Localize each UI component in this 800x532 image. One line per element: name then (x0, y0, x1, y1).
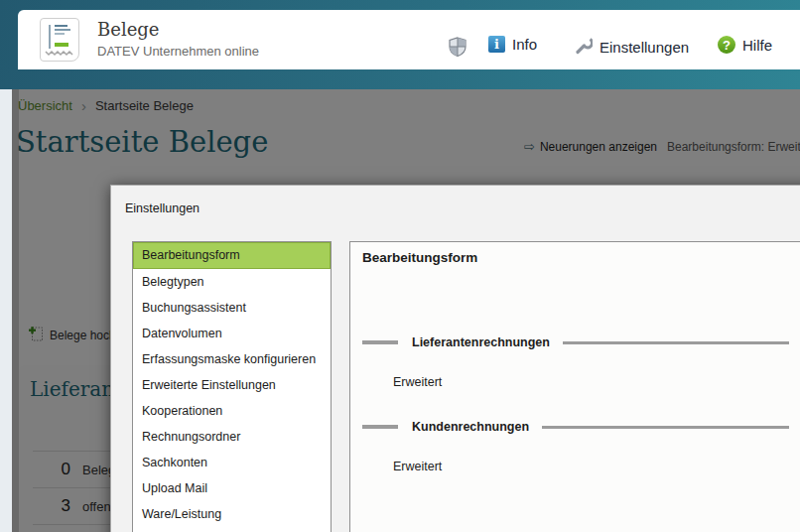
section-header: Lieferantenrechnungen (362, 335, 789, 349)
settings-dialog: Einstellungen BearbeitungsformBelegtypen… (110, 185, 800, 532)
settings-section: LieferantenrechnungenErweitert (362, 335, 789, 389)
section-title: Kundenrechnungen (412, 420, 529, 434)
settings-panel-heading: Bearbeitungsform (362, 250, 477, 265)
section-divider-left (362, 425, 398, 429)
settings-dialog-title: Einstellungen (125, 201, 200, 215)
settings-panel: Bearbeitungsform LieferantenrechnungenEr… (349, 241, 800, 532)
settings-nav-item[interactable]: Erweiterte Einstellungen (133, 372, 331, 398)
settings-nav-item[interactable]: Buchungsassistent (133, 295, 331, 321)
info-label: Info (512, 36, 537, 53)
settings-nav-item[interactable]: Sachkonten (133, 450, 331, 475)
settings-nav-item[interactable]: Upload Mail (133, 475, 331, 501)
left-scroll-gutter (0, 89, 12, 532)
settings-label: Einstellungen (600, 39, 689, 56)
settings-nav-list: BearbeitungsformBelegtypenBuchungsassist… (132, 241, 332, 532)
info-icon: i (488, 36, 505, 53)
info-menu-item[interactable]: i Info (488, 36, 537, 53)
section-value: Erweitert (393, 375, 789, 389)
settings-menu-item[interactable]: Einstellungen (574, 36, 689, 58)
settings-nav-item[interactable]: Belegtypen (133, 269, 331, 295)
wrench-icon (574, 36, 593, 58)
settings-panel-sections: LieferantenrechnungenErweitertKundenrech… (362, 335, 789, 504)
app-title: Belege (97, 19, 259, 41)
settings-nav-item[interactable]: Datenvolumen (133, 321, 331, 346)
section-value: Erweitert (393, 460, 789, 473)
section-divider-right (542, 426, 789, 429)
belege-app-logo-icon (40, 18, 79, 62)
settings-nav-item[interactable]: Erfassungsmaske konfigurieren (133, 346, 331, 372)
settings-nav-item[interactable]: Rechnungsordner (133, 424, 331, 450)
settings-nav-item[interactable]: Ware/Leistung (133, 501, 331, 527)
settings-nav-item[interactable]: Bearbeitungsform (133, 242, 331, 269)
receipt-icon (41, 19, 78, 61)
header-titles: Belege DATEV Unternehmen online (97, 19, 259, 61)
settings-nav-item[interactable]: Kooperationen (133, 398, 331, 424)
section-divider-left (362, 340, 398, 344)
settings-section: KundenrechnungenErweitert (362, 420, 789, 473)
help-icon: ? (718, 36, 735, 54)
app-header: Belege DATEV Unternehmen online i Info E… (18, 10, 800, 69)
section-divider-right (563, 341, 789, 344)
help-menu-item[interactable]: ? Hilfe (718, 36, 772, 54)
section-header: Kundenrechnungen (362, 420, 789, 434)
security-shield-icon[interactable] (449, 37, 467, 61)
app-subtitle: DATEV Unternehmen online (97, 43, 259, 61)
help-label: Hilfe (742, 37, 772, 54)
section-title: Lieferantenrechnungen (412, 335, 550, 349)
